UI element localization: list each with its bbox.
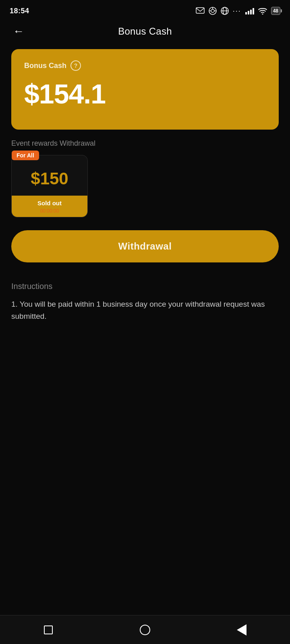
- bonus-card-label-row: Bonus Cash ?: [24, 60, 266, 71]
- signal-icon: [245, 7, 254, 14]
- battery-level: 48: [273, 8, 278, 14]
- instructions-item-1: 1. You will be paid within 1 business da…: [11, 298, 279, 323]
- bonus-card-label-text: Bonus Cash: [24, 62, 66, 70]
- instructions-title: Instructions: [11, 282, 279, 291]
- event-rewards-label: Event rewards Withdrawal: [11, 139, 279, 148]
- stop-icon: [44, 625, 53, 634]
- event-card-footer: Sold out 00:00:00: [12, 196, 87, 217]
- event-card-body: $150: [12, 155, 87, 196]
- svg-rect-0: [196, 8, 204, 13]
- event-card-timer: 00:00:00: [18, 208, 81, 214]
- withdrawal-button-container: Withdrawal: [11, 230, 279, 262]
- home-icon: [140, 625, 150, 635]
- wifi-icon: [258, 7, 267, 14]
- back-arrow-icon: ←: [13, 25, 24, 38]
- nav-home-button[interactable]: [133, 618, 157, 642]
- event-cards-row: For All $150 Sold out 00:00:00: [11, 155, 279, 217]
- bonus-cash-card: Bonus Cash ? $154.1: [11, 49, 279, 130]
- status-bar: 18:54 ···: [0, 0, 290, 21]
- svg-point-2: [211, 9, 214, 12]
- svg-point-9: [262, 14, 263, 15]
- battery-icon: 48: [271, 7, 280, 15]
- bottom-nav-bar: [0, 615, 290, 644]
- back-nav-icon: [237, 624, 246, 636]
- more-dots-icon: ···: [233, 7, 241, 15]
- nav-stop-button[interactable]: [36, 618, 60, 642]
- page-title: Bonus Cash: [118, 26, 172, 37]
- bonus-amount: $154.1: [24, 78, 266, 109]
- event-card[interactable]: For All $150 Sold out 00:00:00: [11, 155, 88, 217]
- event-card-sold-out: Sold out: [18, 200, 81, 206]
- status-time: 18:54: [10, 7, 29, 15]
- nav-back-button[interactable]: [230, 618, 254, 642]
- page-header: ← Bonus Cash: [0, 21, 290, 45]
- instructions-section: Instructions 1. You will be paid within …: [11, 282, 279, 323]
- withdrawal-button[interactable]: Withdrawal: [11, 230, 279, 262]
- event-card-tag: For All: [12, 151, 39, 160]
- help-icon[interactable]: ?: [70, 60, 81, 71]
- globe-icon: [221, 7, 229, 15]
- browser-icon: [209, 7, 217, 15]
- status-icons: ··· 48: [196, 7, 280, 15]
- message-icon: [196, 7, 205, 14]
- event-card-amount: $150: [31, 169, 68, 188]
- back-button[interactable]: ←: [10, 23, 27, 39]
